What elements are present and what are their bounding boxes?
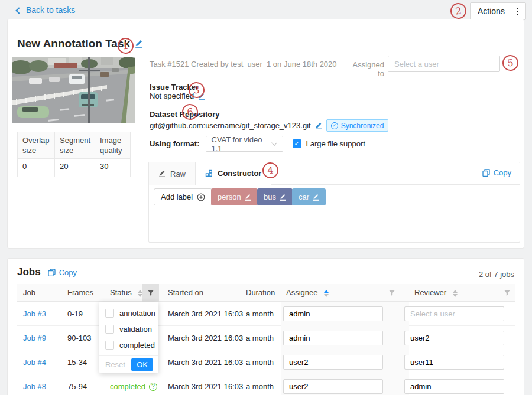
param-header-overlap: Overlap size [18,132,55,159]
actions-button[interactable]: Actions [470,2,526,20]
check-circle-icon: ✓ [331,122,338,129]
sort-icon[interactable] [453,290,458,297]
format-row: Using format: CVAT for video 1.1 ✓ Large… [150,136,365,152]
labels-tab-bar: Raw Constructor [149,162,520,185]
format-select[interactable]: CVAT for video 1.1 [206,136,283,152]
assignee-input[interactable] [283,355,383,370]
edit-label-icon[interactable] [313,194,319,201]
labels-editor-panel: Raw Constructor Copy Add label person bu [148,162,520,243]
assignee-input[interactable] [283,379,383,394]
col-duration[interactable]: Duration [246,288,275,297]
label-chip-person[interactable]: person [211,188,258,205]
job-link[interactable]: Job #3 [23,309,46,318]
tab-raw-label: Raw [170,169,186,178]
duration-cell: a month [246,334,274,342]
tab-raw[interactable]: Raw [149,162,196,185]
tab-constructor[interactable]: Constructor [196,162,271,185]
label-chip-car[interactable]: car [292,188,326,205]
param-header-quality: Image quality [95,132,131,159]
filter-option-label: annotation [119,309,155,318]
filter-option-label: validation [119,325,152,334]
checkbox-unchecked[interactable] [105,325,114,334]
status-filter-dropdown: annotation validation completed Reset OK [99,302,158,373]
job-row: Job #4 15-34 March 3rd 2021 16:03 a mont… [17,350,515,374]
reviewer-filter-icon[interactable] [499,284,515,302]
job-row: Job #3 0-19 March 3rd 2021 16:03 a month [17,302,515,326]
status-cell: completed ? [110,382,157,391]
jobs-title: Jobs [17,266,41,278]
jobs-table-header: Job Frames Status Started on Duration As… [17,284,515,302]
col-assignee-label: Assignee [286,288,317,297]
back-to-tasks-link[interactable]: Back to tasks [17,5,75,15]
question-circle-icon[interactable]: ? [149,383,157,391]
sync-status-text: Synchronized [341,122,384,130]
dataset-repository-url: git@github.com:username/git_storage_v123… [150,121,311,130]
large-file-support-label: Large file support [306,139,365,148]
job-row: Job #9 90-103 March 3rd 2021 16:03 a mon… [17,326,515,350]
frames-cell: 0-19 [67,309,83,318]
task-preview-image [12,57,135,123]
filter-reset-button[interactable]: Reset [105,360,125,369]
copy-jobs-link[interactable]: Copy [48,268,77,277]
dataset-repository-row: git@github.com:username/git_storage_v123… [150,119,388,132]
param-value-segment: 20 [55,159,95,177]
col-frames[interactable]: Frames [67,288,93,297]
col-job[interactable]: Job [23,288,35,297]
job-link[interactable]: Job #8 [23,382,46,391]
job-row: Job #8 75-94 completed ? March 3rd 2021 … [17,374,515,395]
tab-constructor-label: Constructor [218,169,261,178]
sync-status-badge: ✓ Synchronized [326,119,389,132]
edit-repository-icon[interactable] [315,122,322,129]
started-cell: March 3rd 2021 16:03 [168,382,243,391]
reviewer-input[interactable] [404,331,504,345]
reviewer-input[interactable] [404,379,504,394]
assigned-to-input[interactable] [388,56,500,72]
duration-cell: a month [246,309,274,318]
col-started-on[interactable]: Started on [168,288,203,297]
started-cell: March 3rd 2021 16:03 [168,334,243,342]
edit-task-name-icon[interactable] [135,40,143,48]
filter-option-validation[interactable]: validation [105,325,152,334]
col-reviewer[interactable]: Reviewer [414,288,458,297]
plus-circle-icon [197,193,205,201]
label-chip-bus[interactable]: bus [257,188,293,205]
checkbox-unchecked[interactable] [105,341,114,350]
frames-cell: 90-103 [67,334,91,342]
duration-cell: a month [246,382,274,391]
assignee-filter-icon[interactable] [384,284,400,302]
col-assignee[interactable]: Assignee [286,288,329,297]
param-value-overlap: 0 [18,159,55,177]
frames-cell: 75-94 [67,382,87,391]
raw-edit-icon [158,170,166,177]
back-to-tasks-label: Back to tasks [26,5,75,15]
copy-jobs-label: Copy [59,268,77,277]
edit-label-icon[interactable] [280,194,286,201]
copy-labels-link[interactable]: Copy [482,168,511,177]
filter-option-label: completed [119,341,155,350]
filter-ok-button[interactable]: OK [131,358,153,371]
sort-icon-ascending[interactable] [324,290,329,297]
edit-label-icon[interactable] [245,194,251,201]
job-link[interactable]: Job #4 [23,358,46,367]
large-file-support-checkbox[interactable]: ✓ Large file support [293,139,365,148]
status-filter-icon[interactable] [142,284,159,302]
filter-option-completed[interactable]: completed [105,341,155,350]
checkbox-unchecked[interactable] [105,309,114,318]
issue-tracker-value: Not specified [150,92,194,100]
jobs-card: Jobs Copy 2 of 7 jobs Job Frames Status … [7,258,524,395]
reviewer-input[interactable] [404,306,504,321]
jobs-count: 2 of 7 jobs [479,270,514,279]
reviewer-input[interactable] [404,355,504,370]
assignee-input[interactable] [283,331,383,345]
job-link[interactable]: Job #9 [23,334,46,342]
assignee-input[interactable] [283,306,383,321]
actions-label: Actions [478,6,505,16]
format-selected-value: CVAT for video 1.1 [212,135,273,153]
copy-icon [48,269,56,276]
add-label-text: Add label [161,192,193,201]
add-label-button[interactable]: Add label [154,188,212,205]
filter-option-annotation[interactable]: annotation [105,309,155,318]
label-car-name: car [299,192,309,201]
col-status[interactable]: Status [110,288,142,297]
jobs-heading-row: Jobs Copy [17,266,77,278]
